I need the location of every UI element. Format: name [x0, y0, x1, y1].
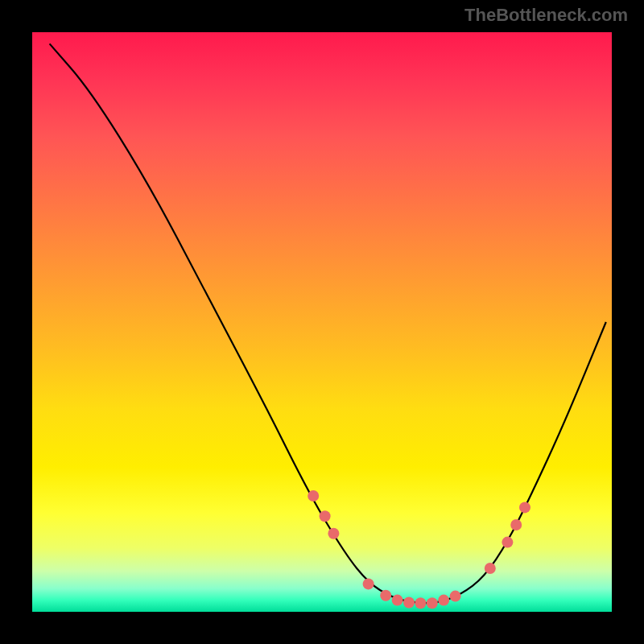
- curve-marker: [510, 519, 522, 530]
- curve-markers: [308, 490, 530, 609]
- curve-marker: [450, 591, 461, 602]
- curve-marker: [380, 590, 391, 601]
- curve-marker: [485, 563, 496, 574]
- curve-marker: [415, 597, 426, 609]
- curve-marker: [363, 578, 374, 589]
- bottleneck-curve: [32, 32, 612, 612]
- curve-marker: [403, 597, 415, 609]
- curve-marker: [502, 537, 513, 548]
- curve-marker: [320, 510, 331, 522]
- attribution-text: TheBottleneck.com: [464, 5, 628, 26]
- curve-marker: [308, 490, 319, 502]
- curve-marker: [438, 595, 449, 606]
- curve-marker: [328, 528, 339, 539]
- curve-marker: [427, 597, 438, 609]
- curve-marker: [519, 502, 530, 513]
- curve-marker: [392, 595, 403, 606]
- chart-plot-area: [32, 32, 612, 612]
